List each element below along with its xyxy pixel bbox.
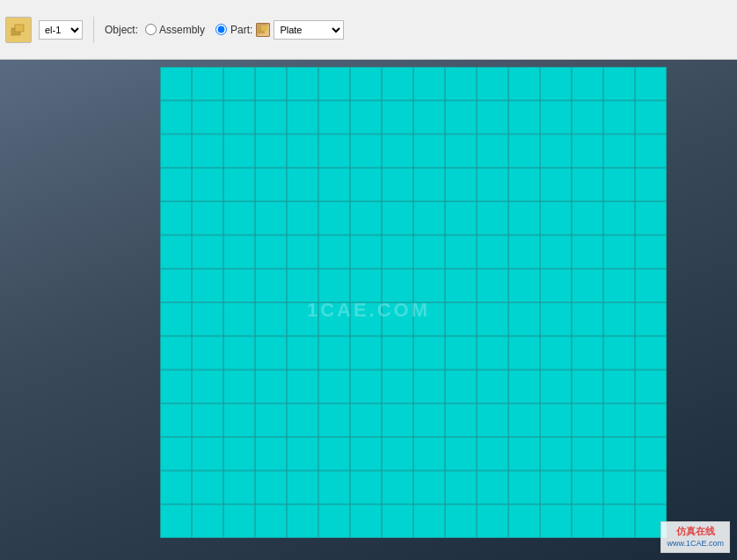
- mesh-grid-svg: [160, 67, 667, 538]
- toolbar: el-1 Object: Assembly Part: Plate: [0, 0, 737, 60]
- part-icon: [256, 23, 270, 37]
- assembly-radio-label[interactable]: Assembly: [159, 24, 205, 36]
- level-dropdown[interactable]: el-1: [39, 20, 83, 40]
- svg-rect-1: [15, 25, 24, 32]
- viewport: 1CAE.COM 仿真在线 www.1CAE.com: [0, 60, 737, 560]
- radio-group: Assembly Part: Plate: [145, 20, 344, 40]
- object-label: Object:: [105, 24, 138, 36]
- part-radio-label[interactable]: Part:: [230, 24, 252, 36]
- level-select[interactable]: el-1: [39, 20, 83, 40]
- assembly-radio[interactable]: [145, 24, 157, 35]
- logo-line2: www.1CAE.com: [667, 538, 724, 549]
- logo-line1: 仿真在线: [667, 525, 724, 538]
- part-radio-item[interactable]: Part: Plate: [215, 20, 344, 40]
- separator-1: [93, 17, 94, 43]
- assembly-radio-item[interactable]: Assembly: [145, 24, 205, 36]
- part-radio[interactable]: [215, 24, 227, 35]
- svg-rect-3: [261, 25, 267, 31]
- part-select[interactable]: Plate: [274, 20, 344, 40]
- app-icon: [5, 17, 32, 43]
- logo-badge: 仿真在线 www.1CAE.com: [660, 521, 730, 553]
- mesh-plate: [160, 67, 667, 538]
- svg-rect-5: [160, 67, 667, 538]
